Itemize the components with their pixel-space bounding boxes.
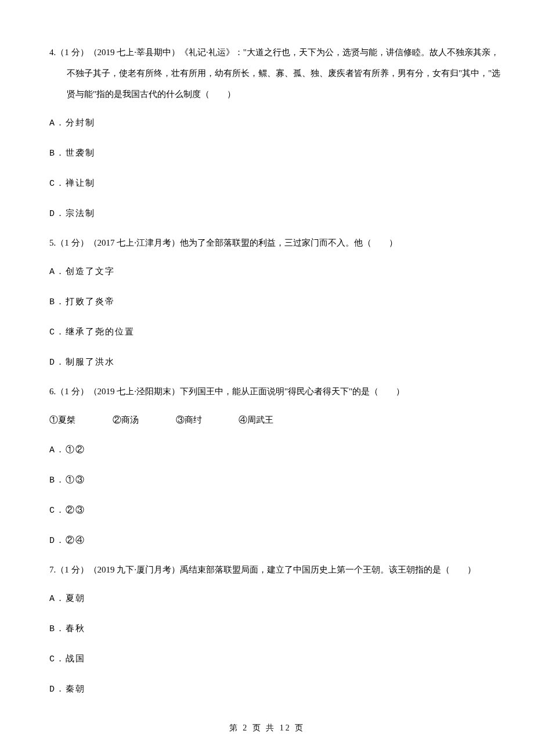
question-6-option-d: D．②④ xyxy=(49,529,502,552)
question-6-inline-list: ①夏桀 ②商汤 ③商纣 ④周武王 xyxy=(49,409,502,431)
list-item-3: ③商纣 xyxy=(176,409,202,431)
question-7-stem: 7.（1 分）（2019 九下·厦门月考）禹结束部落联盟局面，建立了中国历史上第… xyxy=(49,559,502,580)
option-label: B．①③ xyxy=(49,476,85,485)
question-6-option-c: C．②③ xyxy=(49,499,502,522)
question-6-option-b: B．①③ xyxy=(49,469,502,492)
option-label: A．夏朝 xyxy=(49,594,85,604)
option-label: D．②④ xyxy=(49,536,85,546)
question-5-option-a: A．创造了文字 xyxy=(49,260,502,283)
option-label: C．②③ xyxy=(49,506,85,516)
page-footer: 第 2 页 共 12 页 xyxy=(0,718,534,739)
question-7-option-b: B．春秋 xyxy=(49,617,502,640)
question-4-option-b: B．世袭制 xyxy=(49,142,502,165)
question-7: 7.（1 分）（2019 九下·厦门月考）禹结束部落联盟局面，建立了中国历史上第… xyxy=(49,559,502,701)
question-4-option-c: C．禅让制 xyxy=(49,172,502,195)
question-6-option-a: A．①② xyxy=(49,438,502,462)
question-7-option-d: D．秦朝 xyxy=(49,678,502,701)
question-4-option-d: D．宗法制 xyxy=(49,202,502,225)
list-item-2: ②商汤 xyxy=(113,409,139,431)
option-label: C．战国 xyxy=(49,654,85,664)
option-label: D．宗法制 xyxy=(49,209,95,219)
option-label: C．继承了尧的位置 xyxy=(49,327,135,337)
option-label: C．禅让制 xyxy=(49,179,95,189)
question-4-stem: 4.（1 分）（2019 七上·莘县期中）《礼记·礼运》："大道之行也，天下为公… xyxy=(49,42,502,105)
option-label: A．创造了文字 xyxy=(49,267,115,277)
option-label: A．①② xyxy=(49,445,85,455)
question-4-option-a: A．分封制 xyxy=(49,111,502,135)
option-label: D．秦朝 xyxy=(49,685,85,694)
question-6: 6.（1 分）（2019 七上·泾阳期末）下列国王中，能从正面说明"得民心者得天… xyxy=(49,381,502,552)
option-label: D．制服了洪水 xyxy=(49,358,115,368)
question-5-option-c: C．继承了尧的位置 xyxy=(49,321,502,344)
question-5-option-d: D．制服了洪水 xyxy=(49,351,502,374)
question-7-option-c: C．战国 xyxy=(49,647,502,671)
question-4: 4.（1 分）（2019 七上·莘县期中）《礼记·礼运》："大道之行也，天下为公… xyxy=(49,42,502,225)
option-label: B．世袭制 xyxy=(49,149,95,159)
question-5-option-b: B．打败了炎帝 xyxy=(49,290,502,314)
list-item-1: ①夏桀 xyxy=(49,409,75,431)
question-6-stem: 6.（1 分）（2019 七上·泾阳期末）下列国王中，能从正面说明"得民心者得天… xyxy=(49,381,502,402)
question-5-stem: 5.（1 分）（2017 七上·江津月考）他为了全部落联盟的利益，三过家门而不入… xyxy=(49,232,502,253)
question-7-option-a: A．夏朝 xyxy=(49,587,502,610)
question-5: 5.（1 分）（2017 七上·江津月考）他为了全部落联盟的利益，三过家门而不入… xyxy=(49,232,502,374)
page-content: 4.（1 分）（2019 七上·莘县期中）《礼记·礼运》："大道之行也，天下为公… xyxy=(32,42,502,701)
option-label: B．打败了炎帝 xyxy=(49,297,115,307)
list-item-4: ④周武王 xyxy=(239,409,273,431)
option-label: A．分封制 xyxy=(49,118,95,128)
option-label: B．春秋 xyxy=(49,624,85,634)
